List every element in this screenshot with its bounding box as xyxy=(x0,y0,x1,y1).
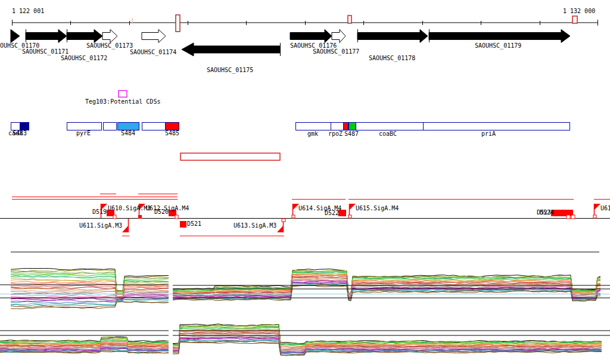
gene-label-SAOUHSC_01177: SAOUHSC_01177 xyxy=(313,48,359,55)
annotation-label-priA: priA xyxy=(481,130,496,137)
ruler-end-label: 1 132 000 xyxy=(563,8,595,14)
gene-arrow-SAOUHSC_01172[interactable] xyxy=(67,30,102,43)
ruler-red-mark[interactable] xyxy=(176,15,180,32)
annotation-box-0[interactable] xyxy=(11,123,20,130)
gene-arrow-SAOUHSC_01176[interactable] xyxy=(290,30,332,43)
gene-arrow-SAOUHSC_01175[interactable] xyxy=(182,43,280,56)
plot2-series xyxy=(0,324,602,344)
annotation-box-4[interactable] xyxy=(118,123,139,130)
annotation-box-10[interactable] xyxy=(349,123,356,130)
annotation-box-2[interactable] xyxy=(67,123,102,130)
gene-arrow-SAOUHSC_01179[interactable] xyxy=(429,30,570,43)
annotation-label-gmk: gmk xyxy=(307,130,318,137)
ruler-red-mark[interactable] xyxy=(572,16,577,23)
annotation-label-S483: S483 xyxy=(13,130,27,136)
flag-foot-U614 xyxy=(292,215,295,218)
gene-arrow-SAOUHSC_01174[interactable] xyxy=(142,30,166,43)
gene-arrow-SAOUHSC_01173[interactable] xyxy=(102,30,117,43)
annotation-box-5[interactable] xyxy=(142,123,166,130)
genome-browser: 1 122 001 1 132 000 Teg103:Potential CDS… xyxy=(0,0,610,364)
teg103-track-label: Teg103:Potential CDSs xyxy=(85,98,160,105)
terminator-foot-D519 xyxy=(113,215,116,219)
gene-arrow-SAOUHSC_01171[interactable] xyxy=(26,30,67,43)
terminator-foot-D523 xyxy=(567,215,570,219)
terminator-foot-D523 xyxy=(571,215,575,219)
annotation-box-6[interactable] xyxy=(166,123,179,130)
plot1-series xyxy=(11,283,600,303)
teg103-cds-box[interactable] xyxy=(119,91,127,97)
flag-foot-U612 xyxy=(138,215,142,219)
gene-label-SAOUHSC_01175: SAOUHSC_01175 xyxy=(207,67,253,73)
annotation-label-pyrE: pyrE xyxy=(76,130,91,136)
flag-label-U615: U615.SigA.M4 xyxy=(356,205,399,211)
terminator-label-D519: D519 xyxy=(92,209,107,215)
terminator-label-D521: D521 xyxy=(187,220,201,227)
gene-label-SAOUHSC_01179: SAOUHSC_01179 xyxy=(475,42,521,49)
flag-foot-U615 xyxy=(348,215,351,218)
annotation-box-8[interactable] xyxy=(331,123,344,130)
gene-arrow-SAOUHSC_01177[interactable] xyxy=(332,30,346,43)
annotation-label-rpoZ: rpoZ xyxy=(328,130,343,137)
gene-label-SAOUHSC_01174: SAOUHSC_01174 xyxy=(130,49,176,55)
terminator-label-D522: D522 xyxy=(325,210,339,216)
annotation-box-12[interactable] xyxy=(424,123,570,130)
plot2-series xyxy=(0,327,602,346)
terminator-foot-D520 xyxy=(175,215,178,219)
flag-label-U613: U613.SigA.M3 xyxy=(234,222,276,229)
annotation-box-7[interactable] xyxy=(296,123,331,130)
annotation-box-9[interactable] xyxy=(344,123,348,130)
terminator-label-D524: D524 xyxy=(540,209,554,216)
flag-foot-U616 xyxy=(593,215,596,218)
annotation-box-11[interactable] xyxy=(356,123,424,130)
down-flag-icon-U611[interactable] xyxy=(122,225,129,232)
terminator-label-D520: D520 xyxy=(154,209,169,215)
gene-label-SAOUHSC_01172: SAOUHSC_01172 xyxy=(61,55,107,61)
up-flag-icon-U616[interactable] xyxy=(594,204,600,210)
flag-label-U616: U61 xyxy=(600,205,610,211)
down-flag-icon-U613[interactable] xyxy=(277,225,284,232)
feature-small-square xyxy=(282,219,285,222)
gene-arrow-SAOUHSC_01170[interactable] xyxy=(11,30,20,43)
annotation-label-S485: S485 xyxy=(165,130,179,136)
ruler-red-mark[interactable] xyxy=(348,15,351,23)
terminator-box-D521[interactable] xyxy=(180,221,186,228)
plot2 xyxy=(0,324,602,356)
annotation-label-coaBC: coaBC xyxy=(379,130,397,137)
annotation-label-S487: S487 xyxy=(344,130,359,137)
annotation-label-S484: S484 xyxy=(121,130,135,136)
ruler-start-label: 1 122 001 xyxy=(12,8,44,14)
region-highlight-rect[interactable] xyxy=(180,153,280,160)
gene-label-SAOUHSC_01171: SAOUHSC_01171 xyxy=(22,48,69,55)
flag-label-U610: U610.SigA.M3 xyxy=(108,205,151,211)
gene-arrow-SAOUHSC_01178[interactable] xyxy=(357,30,428,43)
flag-label-U611: U611.SigA.M3 xyxy=(79,222,122,229)
annotation-box-1[interactable] xyxy=(20,123,29,130)
annotation-box-3[interactable] xyxy=(104,123,117,130)
gene-label-SAOUHSC_01173: SAOUHSC_01173 xyxy=(86,42,133,49)
gene-label-SAOUHSC_01178: SAOUHSC_01178 xyxy=(369,55,415,61)
up-flag-icon-U615[interactable] xyxy=(349,204,356,210)
